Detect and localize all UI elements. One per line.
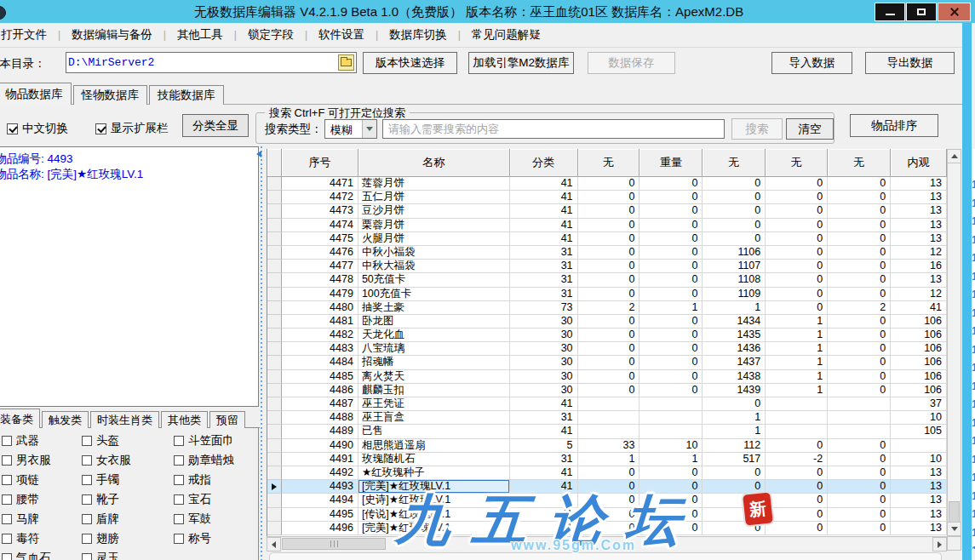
category-checkbox-灵玉[interactable]: 灵玉 bbox=[82, 551, 119, 560]
table-cell[interactable]: 4491 bbox=[282, 453, 358, 466]
table-cell[interactable]: 31 bbox=[510, 288, 578, 301]
column-header-3[interactable]: 无 bbox=[578, 149, 640, 177]
category-checkbox-女衣服[interactable]: 女衣服 bbox=[82, 453, 131, 468]
table-cell[interactable]: 4489 bbox=[282, 425, 358, 438]
table-cell[interactable]: 106 bbox=[891, 329, 947, 342]
table-cell[interactable] bbox=[828, 397, 891, 411]
category-checkbox-宝石[interactable]: 宝石 bbox=[174, 492, 211, 507]
table-cell[interactable]: 0 bbox=[828, 439, 891, 453]
table-cell[interactable]: 0 bbox=[828, 219, 891, 232]
version-quick-select-button[interactable]: 版本快速选择 bbox=[363, 52, 457, 74]
table-cell[interactable] bbox=[828, 411, 891, 425]
table-cell[interactable]: [完美]★红玫瑰LV.1 bbox=[358, 522, 510, 535]
table-row[interactable]: 4474栗蓉月饼410000013 bbox=[267, 219, 947, 232]
table-cell[interactable]: 0 bbox=[703, 522, 766, 535]
category-checkbox-称号[interactable]: 称号 bbox=[174, 531, 211, 546]
table-row[interactable]: 4489已售411105 bbox=[267, 425, 947, 438]
table-row[interactable]: 4488巫王盲盒31110 bbox=[267, 411, 947, 425]
table-cell[interactable]: 73 bbox=[510, 301, 578, 315]
category-checkbox-气血石[interactable]: 气血石 bbox=[2, 551, 51, 560]
table-row[interactable]: 4475火腿月饼410000013 bbox=[267, 232, 947, 246]
category-tab-时装生肖类[interactable]: 时装生肖类 bbox=[90, 411, 159, 428]
row-marker[interactable] bbox=[267, 370, 282, 384]
table-cell[interactable]: 0 bbox=[828, 246, 891, 260]
table-cell[interactable]: 4484 bbox=[282, 356, 358, 369]
table-cell[interactable]: 30 bbox=[510, 342, 578, 356]
table-cell[interactable]: 抽奖土豪 bbox=[358, 301, 510, 315]
table-cell[interactable]: 0 bbox=[766, 260, 828, 273]
table-cell[interactable]: 0 bbox=[578, 370, 640, 384]
table-cell[interactable]: 16 bbox=[891, 260, 947, 273]
table-cell[interactable]: 106 bbox=[891, 342, 947, 356]
scroll-right-button[interactable] bbox=[932, 537, 947, 551]
category-checkbox-男衣服[interactable]: 男衣服 bbox=[2, 453, 51, 468]
table-cell[interactable]: 0 bbox=[578, 315, 640, 329]
table-cell[interactable]: 12 bbox=[891, 288, 947, 301]
table-cell[interactable]: 中秋小福袋 bbox=[358, 246, 510, 260]
table-cell[interactable]: 麒麟玉扣 bbox=[358, 384, 510, 397]
menu-item-4[interactable]: 软件设置 bbox=[307, 27, 376, 43]
table-cell[interactable] bbox=[891, 439, 947, 453]
table-cell[interactable]: 1 bbox=[766, 370, 828, 384]
row-marker[interactable] bbox=[267, 232, 282, 246]
table-cell[interactable]: 五仁月饼 bbox=[358, 191, 510, 204]
table-cell[interactable]: 13 bbox=[891, 494, 947, 507]
table-cell[interactable]: 0 bbox=[639, 480, 703, 494]
table-cell[interactable] bbox=[578, 425, 640, 438]
table-cell[interactable]: 41 bbox=[510, 508, 578, 522]
row-marker[interactable] bbox=[267, 342, 282, 356]
table-cell[interactable]: 1 bbox=[578, 453, 640, 466]
table-cell[interactable] bbox=[578, 411, 640, 425]
row-marker[interactable] bbox=[267, 425, 282, 438]
menu-item-2[interactable]: 其他工具 bbox=[166, 27, 234, 43]
table-cell[interactable]: 13 bbox=[891, 191, 947, 204]
table-cell[interactable]: 1438 bbox=[703, 370, 766, 384]
table-cell[interactable]: 1437 bbox=[703, 356, 766, 369]
table-cell[interactable]: [完美]★红玫瑰LV.1 bbox=[358, 480, 510, 494]
table-cell[interactable]: 0 bbox=[578, 191, 640, 204]
table-cell[interactable]: 0 bbox=[766, 219, 828, 232]
table-cell[interactable]: 4483 bbox=[282, 342, 358, 356]
maximize-button[interactable] bbox=[906, 3, 937, 21]
category-show-all-button[interactable]: 分类全显 bbox=[182, 114, 249, 137]
table-cell[interactable]: 0 bbox=[703, 219, 766, 232]
table-cell[interactable]: 1 bbox=[766, 356, 828, 369]
table-cell[interactable]: 八宝琉璃 bbox=[358, 342, 510, 356]
table-cell[interactable]: 0 bbox=[639, 273, 703, 287]
category-checkbox-武器[interactable]: 武器 bbox=[2, 433, 39, 449]
table-cell[interactable]: 4496 bbox=[282, 522, 358, 535]
table-cell[interactable]: 1 bbox=[766, 329, 828, 342]
table-row[interactable]: 447850充值卡310011080013 bbox=[267, 273, 947, 287]
menu-item-3[interactable]: 锁定字段 bbox=[237, 27, 305, 43]
table-cell[interactable]: 0 bbox=[766, 508, 828, 522]
table-cell[interactable]: 0 bbox=[703, 232, 766, 246]
table-cell[interactable]: 105 bbox=[891, 425, 947, 438]
table-cell[interactable]: 0 bbox=[639, 204, 703, 218]
minimize-button[interactable] bbox=[875, 3, 905, 21]
table-cell[interactable]: 0 bbox=[578, 480, 640, 494]
table-cell[interactable]: 0 bbox=[766, 480, 828, 494]
table-cell[interactable]: 41 bbox=[510, 397, 578, 411]
table-cell[interactable]: 1108 bbox=[703, 273, 766, 287]
category-checkbox-头盔[interactable]: 头盔 bbox=[82, 433, 119, 449]
table-cell[interactable]: 0 bbox=[639, 494, 703, 507]
table-cell[interactable]: 0 bbox=[639, 384, 703, 397]
table-cell[interactable]: 0 bbox=[578, 466, 640, 480]
table-cell[interactable]: 4494 bbox=[282, 494, 358, 507]
category-checkbox-军鼓[interactable]: 军鼓 bbox=[174, 511, 211, 527]
vertical-scrollbar[interactable] bbox=[947, 149, 961, 536]
table-cell[interactable]: 112 bbox=[703, 439, 766, 453]
row-marker[interactable] bbox=[267, 453, 282, 466]
table-cell[interactable]: 2 bbox=[578, 301, 640, 315]
table-cell[interactable]: 13 bbox=[891, 480, 947, 494]
table-cell[interactable]: 0 bbox=[578, 219, 640, 232]
table-cell[interactable]: 4492 bbox=[282, 466, 358, 480]
table-row[interactable]: 4477中秋大福袋310011070016 bbox=[267, 260, 947, 273]
table-cell[interactable] bbox=[639, 425, 703, 438]
menu-item-5[interactable]: 数据库切换 bbox=[378, 27, 458, 43]
table-cell[interactable]: 30 bbox=[510, 384, 578, 397]
column-header-7[interactable]: 无 bbox=[828, 149, 891, 177]
table-cell[interactable]: 0 bbox=[639, 288, 703, 301]
table-cell[interactable]: 0 bbox=[703, 480, 766, 494]
category-tab-其他类[interactable]: 其他类 bbox=[161, 411, 208, 428]
